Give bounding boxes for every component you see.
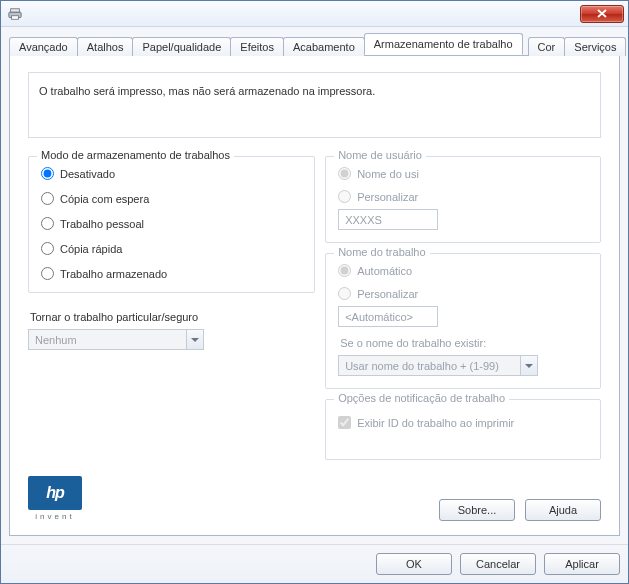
about-button[interactable]: Sobre...	[439, 499, 515, 521]
right-column: Nome de usuário Nome do usi Personalizar	[325, 156, 601, 470]
printer-icon	[7, 6, 23, 22]
tab-strip: Avançado Atalhos Papel/qualidade Efeitos…	[9, 33, 620, 55]
jobname-input: <Automático>	[338, 306, 438, 327]
panel-button-row: Sobre... Ajuda	[439, 499, 601, 521]
chevron-down-icon	[186, 330, 203, 349]
storage-mode-radio-trabalho-pessoal[interactable]	[41, 217, 54, 230]
jobname-input-value: <Automático>	[345, 311, 413, 323]
username-radio-custom	[338, 190, 351, 203]
tab-acabamento[interactable]: Acabamento	[283, 37, 365, 56]
storage-mode-radio-desativado[interactable]	[41, 167, 54, 180]
storage-mode-radio-copia-espera[interactable]	[41, 192, 54, 205]
ok-button[interactable]: OK	[376, 553, 452, 575]
tab-cor[interactable]: Cor	[528, 37, 566, 56]
hp-logo-caption: invent	[35, 512, 74, 521]
storage-mode-label-0: Desativado	[60, 168, 115, 180]
hp-logo: hp	[28, 476, 82, 510]
storage-mode-radio-trabalho-armazenado[interactable]	[41, 267, 54, 280]
apply-button[interactable]: Aplicar	[544, 553, 620, 575]
close-button[interactable]	[580, 5, 624, 23]
storage-mode-legend: Modo de armazenamento de trabalhos	[37, 149, 234, 161]
jobname-label-0: Automático	[357, 265, 412, 277]
notify-group: Opções de notificação de trabalho Exibir…	[325, 399, 601, 460]
tab-servicos[interactable]: Serviços	[564, 37, 626, 56]
notify-legend: Opções de notificação de trabalho	[334, 392, 509, 404]
tab-papel-qualidade[interactable]: Papel/qualidade	[132, 37, 231, 56]
close-icon	[597, 9, 607, 18]
username-input: XXXXS	[338, 209, 438, 230]
dialog-button-row: OK Cancelar Aplicar	[1, 544, 628, 583]
chevron-down-icon	[520, 356, 537, 375]
jobname-radio-custom	[338, 287, 351, 300]
cancel-button[interactable]: Cancelar	[460, 553, 536, 575]
jobname-exists-label: Se o nome do trabalho existir:	[340, 337, 588, 349]
tab-atalhos[interactable]: Atalhos	[77, 37, 134, 56]
notify-checkbox-label: Exibir ID do trabalho ao imprimir	[357, 417, 514, 429]
tab-efeitos[interactable]: Efeitos	[230, 37, 284, 56]
notify-checkbox	[338, 416, 351, 429]
titlebar	[1, 1, 628, 27]
storage-mode-label-3: Cópia rápida	[60, 243, 122, 255]
storage-mode-label-1: Cópia com espera	[60, 193, 149, 205]
storage-mode-label-4: Trabalho armazenado	[60, 268, 167, 280]
jobname-exists-combo: Usar nome do trabalho + (1-99)	[338, 355, 538, 376]
hp-logo-wrap: hp invent	[28, 476, 82, 521]
jobname-group: Nome do trabalho Automático Personalizar	[325, 253, 601, 389]
jobname-legend: Nome do trabalho	[334, 246, 429, 258]
username-legend: Nome de usuário	[334, 149, 426, 161]
secure-combo: Nenhum	[28, 329, 204, 350]
username-label-0: Nome do usi	[357, 168, 419, 180]
print-properties-dialog: Avançado Atalhos Papel/qualidade Efeitos…	[0, 0, 629, 584]
client-area: Avançado Atalhos Papel/qualidade Efeitos…	[1, 27, 628, 544]
panel-bottom-row: hp invent Sobre... Ajuda	[28, 476, 601, 521]
storage-mode-label-2: Trabalho pessoal	[60, 218, 144, 230]
svg-rect-0	[11, 8, 20, 12]
jobname-radio-auto	[338, 264, 351, 277]
secure-combo-value: Nenhum	[35, 334, 77, 346]
storage-mode-options: Desativado Cópia com espera Trabalho pes…	[41, 167, 302, 280]
tab-armazenamento[interactable]: Armazenamento de trabalho	[364, 33, 523, 55]
username-input-value: XXXXS	[345, 214, 382, 226]
left-column: Modo de armazenamento de trabalhos Desat…	[28, 156, 315, 470]
tab-avancado[interactable]: Avançado	[9, 37, 78, 56]
tab-panel: O trabalho será impresso, mas não será a…	[9, 55, 620, 536]
description-box: O trabalho será impresso, mas não será a…	[28, 72, 601, 138]
secure-label: Tornar o trabalho particular/seguro	[30, 311, 315, 323]
username-options: Nome do usi Personalizar	[338, 167, 588, 203]
storage-mode-radio-copia-rapida[interactable]	[41, 242, 54, 255]
username-radio-auto	[338, 167, 351, 180]
username-group: Nome de usuário Nome do usi Personalizar	[325, 156, 601, 243]
description-text: O trabalho será impresso, mas não será a…	[39, 85, 375, 97]
help-button[interactable]: Ajuda	[525, 499, 601, 521]
jobname-exists-value: Usar nome do trabalho + (1-99)	[345, 360, 499, 372]
jobname-label-1: Personalizar	[357, 288, 418, 300]
hp-logo-text: hp	[46, 484, 64, 502]
jobname-options: Automático Personalizar	[338, 264, 588, 300]
storage-mode-group: Modo de armazenamento de trabalhos Desat…	[28, 156, 315, 293]
username-label-1: Personalizar	[357, 191, 418, 203]
svg-rect-2	[12, 15, 19, 19]
columns: Modo de armazenamento de trabalhos Desat…	[28, 156, 601, 470]
